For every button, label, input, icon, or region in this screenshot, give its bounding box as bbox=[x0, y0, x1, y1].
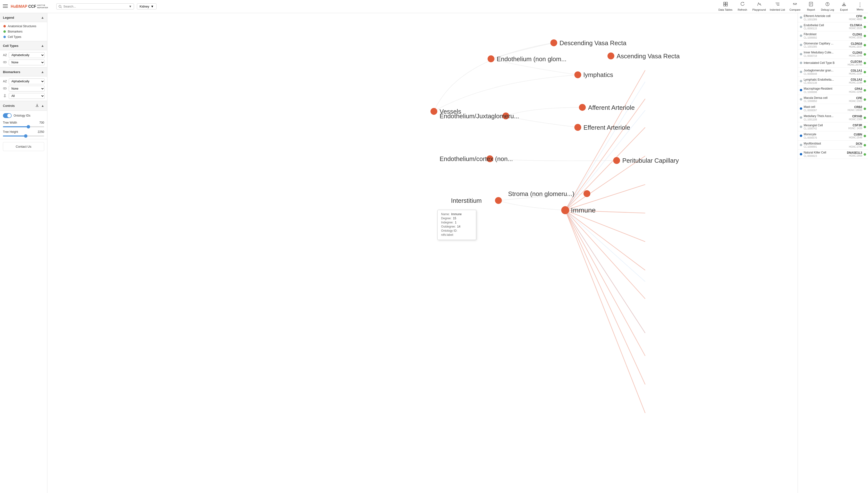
cell-type-id: CL:0000097 bbox=[804, 109, 817, 112]
search-bar[interactable]: ▼ bbox=[56, 3, 134, 9]
biomarkers-header[interactable]: Biomarkers ▲ bbox=[0, 67, 47, 77]
cell-type-info: Medullary Thick Asce... CL:1001108 bbox=[804, 114, 833, 121]
biomarkers-sort-az-icon: AZ bbox=[2, 80, 7, 83]
biomarkers-group-row: None bbox=[2, 86, 45, 91]
right-panel-row: Mesangial Cell CL:1000742 CSF3R HGNC: 24… bbox=[798, 122, 868, 132]
legend-header[interactable]: Legend ▲ bbox=[0, 13, 47, 22]
nav-playground[interactable]: Playground bbox=[753, 2, 766, 11]
search-input[interactable] bbox=[63, 5, 127, 8]
biomarker-info: CLCNKA HGNC:2026 bbox=[849, 24, 862, 30]
biomarker-item: CPA3 HGNC:2298 bbox=[849, 87, 866, 93]
svg-line-37 bbox=[565, 210, 645, 299]
cell-type-item: Fibroblast CL:1000692 bbox=[800, 33, 849, 39]
biomarker-id: HGNC:2037 bbox=[849, 45, 862, 48]
organ-selector[interactable]: Kidney ▼ bbox=[137, 3, 157, 9]
cell-type-info: Lymphatic Endothelia... CL:0002138 bbox=[804, 78, 834, 85]
nav-data-tables[interactable]: Data Tables bbox=[718, 2, 733, 11]
indented-list-label: Indented List bbox=[770, 8, 785, 11]
biomarker-info: CRYAB HGNC:2389 bbox=[849, 115, 862, 121]
cell-type-info: Myofibroblast CL:1000691 bbox=[804, 142, 821, 148]
cell-type-dot bbox=[800, 71, 802, 73]
legend-item-biomarkers: Biomarkers bbox=[3, 30, 44, 33]
organ-dropdown-arrow: ▼ bbox=[151, 5, 154, 8]
nav-debug-log[interactable]: Debug Log bbox=[821, 2, 834, 11]
cell-types-sort-select[interactable]: Alphabetically bbox=[9, 52, 45, 58]
sort-az-icon: AZ bbox=[2, 53, 7, 57]
node-descending-vasa-recta[interactable] bbox=[550, 39, 557, 46]
node-endothelium-nonglom[interactable] bbox=[488, 56, 494, 62]
anatomical-label: Anatomical Structures bbox=[8, 24, 36, 28]
cell-type-info: Juxtaglomerular gran... CL:0000648 bbox=[804, 69, 833, 75]
nav-export[interactable]: Export bbox=[838, 2, 850, 11]
svg-line-44 bbox=[565, 210, 645, 282]
biomarker-item: DCN HGNC:2705 bbox=[849, 142, 866, 148]
group-icon bbox=[2, 60, 7, 65]
tree-height-thumb[interactable] bbox=[24, 134, 27, 138]
node-label: Stroma (non glomeru...) bbox=[508, 190, 574, 197]
graph-area[interactable]: Descending Vasa Recta Ascending Vasa Rec… bbox=[47, 13, 798, 493]
node-efferent-arteriole[interactable] bbox=[574, 124, 581, 131]
node-label: Efferent Arteriole bbox=[583, 124, 630, 131]
cell-types-header[interactable]: Cell Types ▲ bbox=[0, 41, 47, 50]
nav-report[interactable]: Report bbox=[805, 2, 817, 11]
contact-us-button[interactable]: Contact Us bbox=[3, 142, 44, 151]
biomarker-id: HGNC:2548 bbox=[849, 136, 862, 139]
cell-type-info: Glomerular Capillary ... CL:1001005 bbox=[804, 42, 833, 48]
nav-indented-list[interactable]: Indented List bbox=[770, 2, 785, 11]
biomarker-id: HGNC:2026 bbox=[849, 27, 862, 30]
biomarkers-group-select[interactable]: None bbox=[9, 86, 45, 91]
controls-collapse-icon[interactable]: ▲ bbox=[41, 104, 44, 108]
controls-download-icon[interactable] bbox=[35, 104, 39, 108]
biomarkers-section: Biomarkers ▲ AZ Alphabetically None bbox=[0, 67, 47, 101]
search-dropdown-arrow[interactable]: ▼ bbox=[129, 5, 132, 8]
biomarker-name: CLDN1 bbox=[852, 33, 862, 36]
biomarker-info: CLDN16 HGNC:2037 bbox=[849, 42, 862, 48]
cell-type-id: CL:1000692 bbox=[804, 37, 817, 39]
compare-label: Compare bbox=[789, 8, 801, 11]
cell-types-section: Cell Types ▲ AZ Alphabetically None bbox=[0, 41, 47, 67]
node-interstitium[interactable] bbox=[495, 197, 502, 204]
biomarker-name: DCN bbox=[856, 142, 862, 146]
node-afferent-arteriole[interactable] bbox=[579, 104, 586, 111]
cell-type-name: Glomerular Capillary ... bbox=[804, 42, 833, 46]
right-panel-row: Macrophage-Resident CL:1000698 CPA3 HGNC… bbox=[798, 86, 868, 95]
nav-menu[interactable]: ⋮ Menu bbox=[854, 2, 866, 11]
cell-type-dot bbox=[800, 134, 802, 137]
biomarker-name: CUBN bbox=[854, 133, 862, 136]
cell-types-filters: AZ Alphabetically None bbox=[0, 50, 47, 67]
cell-type-dot bbox=[800, 144, 802, 146]
cell-types-title: Cell Types bbox=[3, 44, 19, 48]
svg-line-29 bbox=[565, 70, 645, 210]
nav-compare[interactable]: Compare bbox=[789, 2, 801, 11]
biomarker-item: COL1A2 HGNC:2198 bbox=[849, 78, 866, 84]
app-logo: HuBMAP CCF ASCT+B REPORTER bbox=[11, 4, 54, 9]
cell-type-name: Natural Killer Cell bbox=[804, 151, 826, 155]
biomarker-item: CLDN16 HGNC:2037 bbox=[849, 42, 866, 48]
biomarker-info: CRB2 HGNC:18688 bbox=[848, 105, 862, 111]
hamburger-button[interactable] bbox=[2, 3, 9, 10]
cell-type-item: Lymphatic Endothelia... CL:0002138 bbox=[800, 78, 849, 85]
right-panel-list: Efferent Arteriole cell CL:1001099 CFH H… bbox=[798, 13, 868, 159]
node-peritubular-capillary[interactable] bbox=[613, 157, 620, 164]
biomarker-item: DNASE1L3 HGNC:2959 bbox=[847, 151, 866, 157]
ontology-ids-toggle[interactable] bbox=[3, 113, 12, 118]
right-panel-row: Glomerular Capillary ... CL:1001005 CLDN… bbox=[798, 41, 868, 50]
nav-actions: Data Tables Refresh Playground Indented … bbox=[718, 2, 866, 11]
node-immune[interactable] bbox=[561, 206, 569, 214]
biomarkers-sort-select[interactable]: Alphabetically bbox=[9, 79, 45, 84]
tree-width-thumb[interactable] bbox=[27, 125, 30, 128]
node-ascending-vasa-recta[interactable] bbox=[607, 52, 614, 59]
cell-type-id: CL:0000576 bbox=[804, 136, 817, 139]
nav-refresh[interactable]: Refresh bbox=[736, 2, 749, 11]
svg-line-30 bbox=[565, 99, 645, 210]
cell-type-item: Mast cell CL:0000097 bbox=[800, 105, 848, 112]
cell-types-group-select[interactable]: None bbox=[9, 60, 45, 65]
node-lymphatics[interactable] bbox=[574, 71, 581, 78]
node-vessels[interactable] bbox=[430, 108, 437, 115]
cell-type-name: Juxtaglomerular gran... bbox=[804, 69, 833, 72]
node-stroma[interactable] bbox=[583, 190, 590, 197]
cell-type-item: Inner Medullary Colle... CL:0000718 bbox=[800, 51, 849, 57]
biomarker-info: COL1A2 HGNC:2198 bbox=[849, 78, 862, 84]
biomarkers-type-select[interactable]: All bbox=[9, 93, 45, 99]
refresh-icon bbox=[740, 2, 745, 8]
